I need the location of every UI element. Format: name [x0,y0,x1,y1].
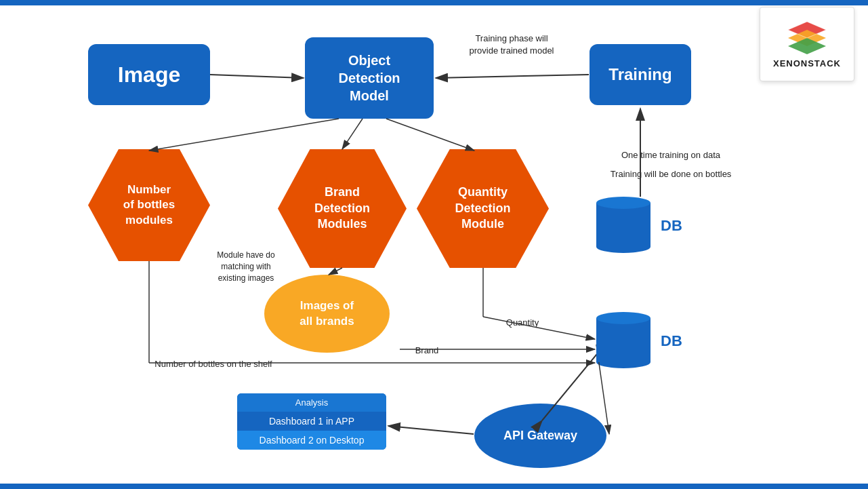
quantity-label: Quantity [492,317,553,329]
quantity-detection-hex: Quantity Detection Module [417,149,549,268]
object-detection-box: Object Detection Model [305,37,434,119]
svg-line-6 [210,75,304,78]
logo-text: XENONSTACK [773,58,841,69]
training-bottles-label: Training will be done on bottles [590,168,752,180]
dashboard2-row: Dashboard 2 on Desktop [237,431,386,450]
analysis-box: Analysis Dashboard 1 in APP Dashboard 2 … [237,393,386,450]
top-bar [0,0,868,5]
svg-line-7 [436,75,589,78]
analysis-header: Analysis [237,393,386,412]
training-box: Training [590,44,691,105]
logo-box: XENONSTACK [760,7,854,81]
images-all-brands-ellipse: Images of all brands [264,275,390,353]
brand-detection-hex: Brand Detection Modules [278,149,407,268]
one-time-training-label: One time training on data [590,149,752,161]
svg-line-12 [329,268,342,275]
logo-icon [787,20,827,54]
db2-cylinder [596,312,650,368]
svg-line-9 [149,119,339,151]
api-gateway-ellipse: API Gateway [474,404,606,468]
number-bottles-hex: Number of bottles modules [88,149,210,261]
dashboard1-row: Dashboard 1 in APP [237,412,386,431]
db1-label: DB [661,217,682,235]
db1-cylinder [596,197,650,253]
svg-line-10 [342,119,363,149]
brand-label: Brand [400,345,454,357]
training-phase-label: Training phase will provide trained mode… [440,33,583,57]
db2-label: DB [661,332,682,350]
image-box: Image [88,44,210,105]
svg-line-11 [386,119,474,151]
bottom-bar [0,484,868,489]
svg-line-22 [388,426,474,434]
module-matching-label: Module have do matching with existing im… [202,250,290,283]
bottles-shelf-label: Number of bottles on the shelf [136,358,291,370]
